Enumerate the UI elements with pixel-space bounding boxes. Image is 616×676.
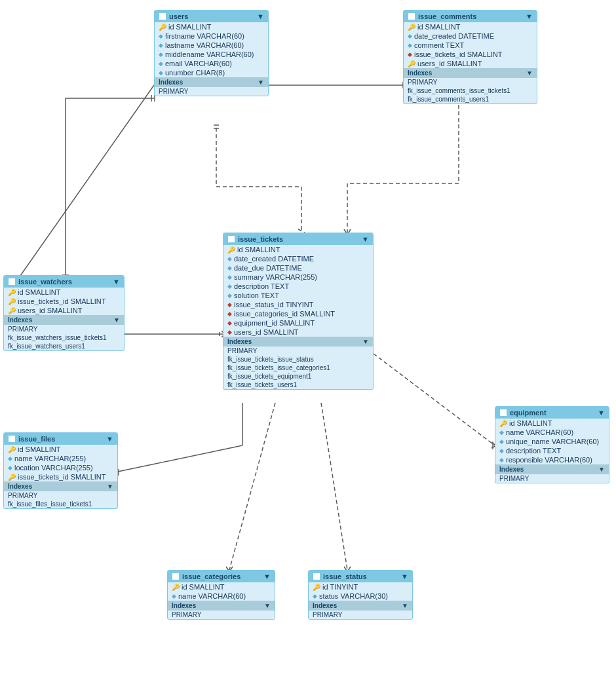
table-issue-tickets[interactable]: issue_tickets ▼ 🔑 id SMALLINT ◆ date_cre… [223, 233, 374, 390]
diamond-red-icon: ◆ [227, 320, 232, 326]
key-icon: 🔑 [172, 584, 180, 591]
diamond-red-icon: ◆ [227, 329, 232, 335]
ic-index-fk1: fk_issue_comments_issue_tickets1 [404, 86, 537, 95]
icat-field-id: 🔑 id SMALLINT [168, 582, 275, 592]
table-issue-categories[interactable]: issue_categories ▼ 🔑 id SMALLINT ◆ name … [167, 570, 275, 620]
table-issue-status-header: issue_status ▼ [309, 571, 412, 582]
iw-index-fk1: fk_issue_watchers_issue_tickets1 [4, 333, 124, 342]
if-table-icon [8, 435, 16, 443]
it-index-fk-categories: fk_issue_tickets_issue_categories1 [223, 364, 373, 372]
diamond-icon: ◆ [408, 42, 412, 48]
icat-title: issue_categories [182, 573, 241, 580]
table-issue-comments[interactable]: issue_comments ▼ 🔑 id SMALLINT ◆ date_cr… [403, 10, 537, 104]
svg-line-25 [118, 445, 242, 472]
svg-line-31 [321, 403, 347, 570]
users-table-icon [159, 12, 166, 20]
if-indexes-header: Indexes ▼ [4, 481, 117, 491]
table-users[interactable]: users ▼ 🔑 id SMALLINT ◆ firstname VARCHA… [154, 10, 269, 96]
table-issue-comments-header: issue_comments ▼ [404, 10, 537, 22]
diagram-canvas: users ▼ 🔑 id SMALLINT ◆ firstname VARCHA… [0, 0, 616, 676]
key-icon: 🔑 [408, 24, 415, 31]
users-dropdown-icon[interactable]: ▼ [257, 12, 264, 20]
is-indexes-header: Indexes ▼ [309, 601, 412, 610]
eq-field-description: ◆ description TEXT [495, 446, 609, 455]
users-field-id: 🔑 id SMALLINT [155, 22, 268, 31]
eq-index-primary: PRIMARY [495, 474, 609, 483]
iw-title: issue_watchers [18, 278, 72, 286]
table-issue-files[interactable]: issue_files ▼ 🔑 id SMALLINT ◆ name VARCH… [3, 432, 118, 509]
diamond-icon: ◆ [159, 60, 163, 67]
table-issue-watchers[interactable]: issue_watchers ▼ 🔑 id SMALLINT 🔑 issue_t… [3, 275, 125, 351]
iw-field-issue-tickets-id: 🔑 issue_tickets_id SMALLINT [4, 297, 124, 306]
if-dropdown-icon[interactable]: ▼ [106, 435, 113, 443]
diamond-icon: ◆ [408, 33, 412, 39]
key-icon: 🔑 [499, 420, 507, 427]
it-index-fk-status: fk_issue_tickets_issue_status [223, 355, 373, 364]
icat-indexes-header: Indexes ▼ [168, 601, 275, 610]
if-index-fk1: fk_issue_files_issue_tickets1 [4, 500, 117, 508]
ic-indexes-header: Indexes ▼ [404, 68, 537, 78]
diamond-icon: ◆ [8, 464, 12, 471]
issue-comments-dropdown-icon[interactable]: ▼ [526, 12, 533, 20]
diamond-icon: ◆ [227, 283, 232, 290]
icat-field-name: ◆ name VARCHAR(60) [168, 592, 275, 601]
it-field-summary: ◆ summary VARCHAR(255) [223, 272, 373, 282]
it-field-solution: ◆ solution TEXT [223, 291, 373, 300]
users-field-lastname: ◆ lastname VARCHAR(60) [155, 41, 268, 50]
diamond-red-icon: ◆ [408, 51, 412, 58]
diamond-icon: ◆ [172, 593, 176, 599]
table-equipment-header: equipment ▼ [495, 407, 609, 419]
it-index-fk-equipment: fk_issue_tickets_equipment1 [223, 372, 373, 381]
svg-line-28 [229, 403, 275, 570]
key-icon: 🔑 [408, 60, 415, 67]
key-icon: 🔑 [227, 246, 235, 254]
it-index-primary: PRIMARY [223, 347, 373, 355]
diamond-red-icon: ◆ [227, 301, 232, 308]
is-field-id: 🔑 id TINYINT [309, 582, 412, 592]
diamond-icon: ◆ [227, 265, 232, 271]
eq-field-unique-name: ◆ unique_name VARCHAR(60) [495, 437, 609, 446]
diamond-red-icon: ◆ [227, 310, 232, 317]
is-dropdown-icon[interactable]: ▼ [401, 573, 408, 580]
it-field-status-id: ◆ issue_status_id TINYINT [223, 300, 373, 309]
table-equipment[interactable]: equipment ▼ 🔑 id SMALLINT ◆ name VARCHAR… [495, 406, 609, 483]
diamond-icon: ◆ [499, 438, 504, 445]
iw-field-users-id: 🔑 users_id SMALLINT [4, 306, 124, 315]
diamond-icon: ◆ [8, 455, 12, 462]
svg-line-34 [374, 354, 495, 445]
ic-index-fk2: fk_issue_comments_users1 [404, 95, 537, 103]
issue-comments-title: issue_comments [418, 12, 476, 20]
users-indexes-header: Indexes ▼ [155, 77, 268, 87]
iw-dropdown-icon[interactable]: ▼ [113, 278, 120, 286]
icat-dropdown-icon[interactable]: ▼ [263, 573, 271, 580]
table-issue-watchers-header: issue_watchers ▼ [4, 276, 124, 288]
it-index-fk-users: fk_issue_tickets_users1 [223, 381, 373, 389]
it-field-categories-id: ◆ issue_categories_id SMALLINT [223, 309, 373, 318]
key-icon: 🔑 [8, 298, 16, 305]
diamond-icon: ◆ [159, 51, 163, 58]
it-dropdown-icon[interactable]: ▼ [362, 235, 369, 243]
svg-line-17 [3, 85, 154, 300]
users-title: users [169, 12, 188, 20]
diamond-icon: ◆ [227, 292, 232, 299]
if-field-name: ◆ name VARCHAR(255) [4, 454, 117, 463]
issue-comments-table-icon [408, 12, 415, 20]
eq-indexes-header: Indexes ▼ [495, 464, 609, 474]
users-field-unumber: ◆ unumber CHAR(8) [155, 68, 268, 77]
users-index-primary: PRIMARY [155, 87, 268, 96]
icat-index-primary: PRIMARY [168, 610, 275, 619]
diamond-icon: ◆ [313, 593, 317, 599]
key-icon: 🔑 [8, 474, 16, 481]
diamond-icon: ◆ [499, 429, 504, 436]
it-field-id: 🔑 id SMALLINT [223, 245, 373, 254]
is-field-status: ◆ status VARCHAR(30) [309, 592, 412, 601]
table-issue-status[interactable]: issue_status ▼ 🔑 id TINYINT ◆ status VAR… [308, 570, 413, 620]
eq-dropdown-icon[interactable]: ▼ [598, 409, 605, 417]
eq-title: equipment [510, 409, 547, 417]
diamond-icon: ◆ [227, 274, 232, 280]
it-indexes-header: Indexes ▼ [223, 337, 373, 347]
ic-index-primary: PRIMARY [404, 78, 537, 86]
diamond-icon: ◆ [227, 255, 232, 262]
is-table-icon [313, 573, 320, 580]
ic-field-comment: ◆ comment TEXT [404, 41, 537, 50]
